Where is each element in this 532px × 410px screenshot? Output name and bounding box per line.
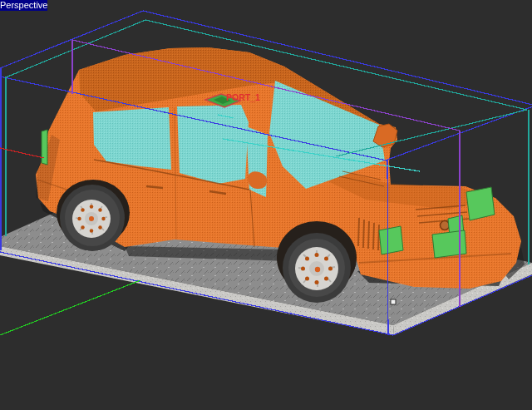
rear-hub-dot [89,216,94,221]
port-annotation-label: PORT_1 [226,92,260,102]
foglight-left [379,226,403,254]
front-badge [441,221,450,230]
viewport-canvas[interactable]: PORT_1 Perspective [0,0,532,410]
3d-scene[interactable]: PORT_1 [0,0,532,410]
foglight-center [432,230,466,258]
tail-light [42,130,47,165]
front-door-window [177,105,249,184]
viewport-title[interactable]: Perspective [0,0,47,11]
headlight-right [466,187,495,220]
front-hub-dot [315,267,320,272]
cursor-point-marker[interactable] [391,299,396,304]
